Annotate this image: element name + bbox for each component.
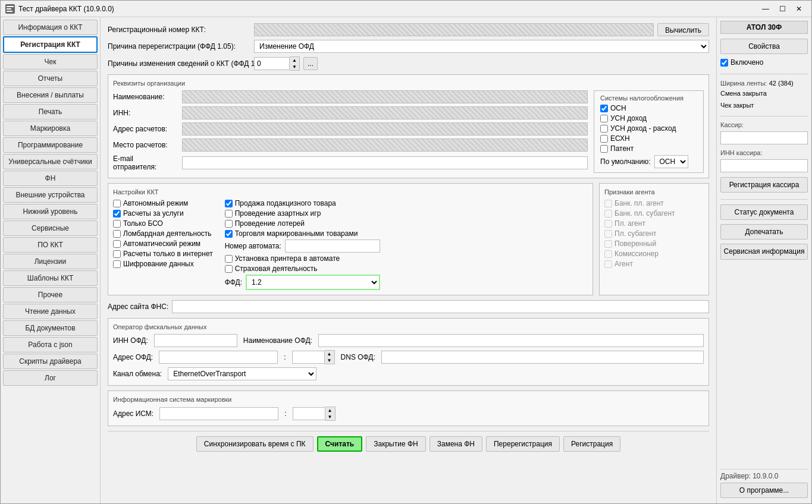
sidebar-item-marking[interactable]: Маркировка [3,121,98,136]
ofd-title: Оператор фискальных данных [113,323,704,330]
ofd-port-down[interactable]: ▼ [325,357,334,364]
name-input[interactable] [182,90,588,103]
sidebar-item-counters[interactable]: Универсальные счётчики [3,154,98,169]
reg-cashier-button[interactable]: Регистрация кассира [720,177,808,193]
reprint-button[interactable]: Допечатать [720,224,808,240]
email-label: E-mail отправителя: [113,155,178,171]
ofd-name-input[interactable]: Контур НТТ [318,334,704,347]
minimize-button[interactable]: — [758,3,773,15]
sidebar-item-log[interactable]: Лог [3,370,98,386]
sidebar-item-reports[interactable]: Отчеты [3,71,98,86]
auto-mode2-checkbox[interactable] [113,240,121,248]
ism-port-up[interactable]: ▲ [325,407,335,414]
addr-input[interactable] [182,122,588,136]
sidebar-item-service[interactable]: Сервисные [3,220,98,236]
sidebar-item-templates[interactable]: Шаблоны ККТ [3,270,98,286]
close-button[interactable]: ✕ [791,3,807,15]
gambling-checkbox[interactable] [225,210,233,218]
ism-addr-input[interactable]: ofd.kontur.ru [159,407,278,420]
sidebar-item-json[interactable]: Работа с json [3,337,98,352]
ofd-dns-input[interactable]: 0.0.0.0 [381,351,704,364]
agent-sub-row: Пл. субагент [604,229,704,238]
services-checkbox[interactable] [113,210,121,218]
sidebar-item-fn[interactable]: ФН [3,171,98,186]
doc-status-button[interactable]: Статус документа [720,204,808,220]
tax-patent-checkbox[interactable] [600,145,608,153]
sidebar-item-other[interactable]: Прочее [3,287,98,303]
email-input[interactable]: robot@konturcheck.ru [182,156,588,169]
cashier-inn-input[interactable] [720,159,808,172]
compute-button[interactable]: Вычислить [657,23,709,36]
tax-eshn-label: ЕСХН [610,134,630,143]
ellipsis-button[interactable]: ... [303,57,318,70]
bottom-buttons: Синхронизировать время с ПК Считать Закр… [108,431,709,454]
sidebar-item-reg[interactable]: Регистрация ККТ [3,36,98,53]
sidebar-item-db[interactable]: БД документов [3,320,98,336]
sidebar-item-licenses[interactable]: Лицензии [3,254,98,269]
sync-time-button[interactable]: Синхронизировать время с ПК [196,436,313,452]
sep3 [720,199,808,200]
sidebar-item-read[interactable]: Чтение данных [3,304,98,319]
props-button[interactable]: Свойства [720,39,808,54]
ofd-port-up[interactable]: ▲ [325,351,334,357]
bso-checkbox[interactable] [113,220,121,228]
sidebar-item-programming[interactable]: Программирование [3,137,98,153]
tax-osn-checkbox[interactable] [600,105,608,112]
printer-checkbox[interactable] [225,255,233,263]
lottery-checkbox[interactable] [225,220,233,228]
excise-checkbox[interactable] [225,200,233,207]
rereg-button[interactable]: Перерегистрация [486,436,560,452]
agent-sub-checkbox[interactable] [604,230,612,238]
exchange-select[interactable]: EthernetOverTransport [168,367,316,380]
service-info-button[interactable]: Сервисная информация [720,244,808,259]
default-tax-select[interactable]: ОСН [654,155,688,168]
close-fn-button[interactable]: Закрытие ФН [366,436,425,452]
ofd-addr-input[interactable]: ofd.kontur.ru [159,351,278,364]
tax-eshn-checkbox[interactable] [600,135,608,143]
tax-usn-dr-checkbox[interactable] [600,125,608,133]
tax-usn-d-checkbox[interactable] [600,115,608,122]
sidebar-item-scripts[interactable]: Скрипты драйвера [3,354,98,369]
sidebar-item-print[interactable]: Печать [3,104,98,119]
agent-bank-pl-checkbox[interactable] [604,200,612,207]
read-button[interactable]: Считать [317,436,363,452]
agent-bank-sub-checkbox[interactable] [604,210,612,218]
spinner-up[interactable]: ▲ [290,57,299,64]
encrypt-checkbox[interactable] [113,260,121,268]
app-icon [5,4,15,14]
place-input[interactable] [182,138,588,152]
sidebar-item-payments[interactable]: Внесения / выплаты [3,87,98,103]
internet-checkbox[interactable] [113,250,121,258]
replace-fn-button[interactable]: Замена ФН [429,436,482,452]
ofd-port-input[interactable]: 7777 [292,351,325,364]
enabled-checkbox[interactable] [720,59,728,67]
change-reasons-input[interactable]: 0 [254,57,290,70]
nalog-addr-input[interactable]: nalog.gov.ru [172,300,709,313]
ffd-select[interactable]: 1.2 [246,275,380,290]
cashier-input[interactable] [720,131,808,144]
inn-input[interactable] [182,106,588,119]
lombard-checkbox[interactable] [113,230,121,238]
reg-button[interactable]: Регистрация [563,436,620,452]
sidebar-item-check[interactable]: Чек [3,54,98,70]
restore-button[interactable]: ☐ [775,3,790,15]
about-button[interactable]: О программе... [720,483,808,498]
auto-mode-checkbox[interactable] [113,200,121,207]
agent-trusted-checkbox[interactable] [604,240,612,248]
sidebar-item-devices[interactable]: Внешние устройства [3,187,98,203]
insurance-checkbox[interactable] [225,265,233,273]
agent-agent-checkbox[interactable] [604,260,612,268]
sidebar-item-info[interactable]: Информация о ККТ [3,20,98,35]
agent-pl-checkbox[interactable] [604,220,612,228]
automat-num-input[interactable] [285,240,380,253]
ism-port-input[interactable]: 7778 [293,407,325,420]
sidebar-item-sw[interactable]: ПО ККТ [3,237,98,253]
ism-port-down[interactable]: ▼ [325,414,335,420]
sidebar-item-lower[interactable]: Нижний уровень [3,204,98,219]
marked-goods-checkbox[interactable] [225,230,233,238]
agent-commissioner-checkbox[interactable] [604,250,612,258]
rereg-reason-select[interactable]: Изменение ОФД [254,40,709,53]
ofd-inn-input[interactable]: 6658497833 [154,334,237,347]
spinner-down[interactable]: ▼ [290,64,299,70]
reg-number-input[interactable] [254,23,654,36]
